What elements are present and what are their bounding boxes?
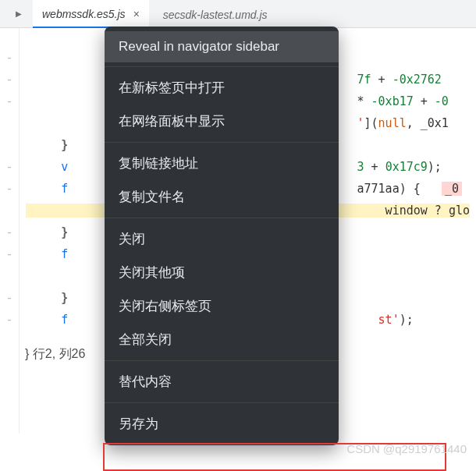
menu-open-new-tab[interactable]: 在新标签页中打开 — [105, 71, 339, 104]
menu-close-all[interactable]: 全部关闭 — [105, 323, 339, 356]
menu-save-as[interactable]: 另存为 — [105, 407, 339, 441]
menu-reveal-in-network[interactable]: 在网络面板中显示 — [105, 104, 339, 138]
close-icon[interactable]: × — [133, 8, 140, 20]
menu-separator — [105, 218, 339, 218]
status-bar: } 行2, 列26 — [25, 346, 85, 363]
tab-webmssdk[interactable]: webmssdk.es5.js × — [33, 0, 149, 28]
menu-copy-link[interactable]: 复制链接地址 — [105, 147, 339, 180]
menu-separator — [105, 142, 339, 143]
watermark: CSDN @q2919761440 — [346, 442, 467, 455]
menu-separator — [105, 402, 339, 403]
tab-label: webmssdk.es5.js — [42, 8, 126, 20]
menu-copy-filename[interactable]: 复制文件名 — [105, 180, 339, 214]
tab-secsdk[interactable]: secsdk-lastest.umd.js — [154, 0, 277, 28]
tab-label: secsdk-lastest.umd.js — [163, 9, 268, 21]
menu-close-right[interactable]: 关闭右侧标签页 — [105, 289, 339, 323]
menu-close-others[interactable]: 关闭其他项 — [105, 256, 339, 289]
menu-separator — [105, 360, 339, 361]
fold-gutter: - - - - - - - - - — [0, 28, 20, 434]
menu-overrides[interactable]: 替代内容 — [105, 365, 339, 398]
menu-reveal-in-sidebar[interactable]: Reveal in navigator sidebar — [105, 31, 339, 62]
tab-context-menu: Reveal in navigator sidebar 在新标签页中打开 在网络… — [105, 27, 339, 445]
menu-separator — [105, 66, 339, 67]
menu-close[interactable]: 关闭 — [105, 222, 339, 256]
dropdown-icon[interactable]: ▶ — [16, 9, 22, 18]
tab-bar: ▶ webmssdk.es5.js × secsdk-lastest.umd.j… — [0, 0, 476, 28]
